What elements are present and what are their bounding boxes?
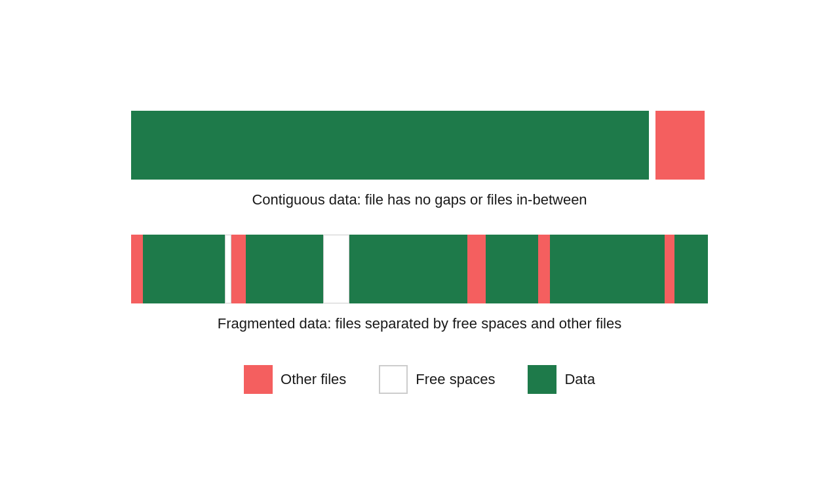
frag-seg-other-5 <box>665 235 674 303</box>
frag-seg-free-1 <box>225 235 231 303</box>
legend-box-data <box>528 365 556 394</box>
frag-seg-free-2 <box>323 235 349 303</box>
frag-seg-other-1 <box>131 235 143 303</box>
legend-box-free <box>379 365 408 394</box>
frag-seg-data-2 <box>246 235 323 303</box>
frag-seg-data-4c <box>550 235 612 303</box>
frag-seg-data-4a <box>408 235 467 303</box>
legend-item-other: Other files <box>244 365 346 394</box>
frag-seg-data-5b <box>674 235 708 303</box>
legend-item-free: Free spaces <box>379 365 495 394</box>
frag-seg-other-3 <box>467 235 486 303</box>
fragmented-bar <box>131 235 708 303</box>
contiguous-data-block <box>131 111 649 180</box>
main-container: Contiguous data: file has no gaps or fil… <box>0 98 839 407</box>
fragmented-section: Fragmented data: files separated by free… <box>131 235 708 332</box>
legend-box-other <box>244 365 273 394</box>
legend-item-data: Data <box>528 365 595 394</box>
contiguous-section: Contiguous data: file has no gaps or fil… <box>131 111 708 208</box>
frag-seg-data-5a <box>612 235 665 303</box>
fragmented-label: Fragmented data: files separated by free… <box>218 315 621 332</box>
contiguous-other-block <box>655 111 705 180</box>
frag-seg-data-3 <box>349 235 408 303</box>
contiguous-label: Contiguous data: file has no gaps or fil… <box>252 191 587 208</box>
frag-seg-data-4b <box>486 235 538 303</box>
legend-label-data: Data <box>564 371 595 388</box>
legend-label-other: Other files <box>281 371 346 388</box>
frag-seg-other-2 <box>231 235 246 303</box>
contiguous-bar <box>131 111 708 180</box>
legend-label-free: Free spaces <box>416 371 495 388</box>
frag-seg-data-1 <box>143 235 225 303</box>
legend: Other files Free spaces Data <box>244 365 595 394</box>
frag-seg-other-4 <box>538 235 550 303</box>
